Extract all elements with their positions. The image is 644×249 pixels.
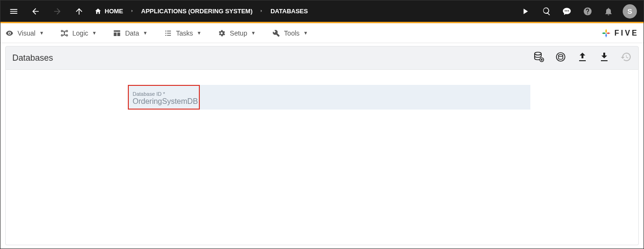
page-header: Databases: [5, 46, 639, 70]
menu-setup[interactable]: Setup ▼: [217, 29, 256, 37]
page-title: Databases: [12, 53, 533, 63]
database-row[interactable]: Database ID * OrderingSystemDB: [128, 85, 530, 110]
magnify-chat-icon[interactable]: [539, 5, 553, 18]
chevron-right-icon: [130, 8, 134, 15]
up-button[interactable]: [72, 5, 86, 18]
chevron-down-icon: ▼: [197, 30, 201, 36]
avatar[interactable]: S: [623, 4, 637, 18]
chevron-right-icon: [259, 8, 264, 15]
help-icon[interactable]: [581, 5, 594, 18]
page-actions: [533, 51, 632, 65]
brand-text: FIVE: [614, 29, 639, 37]
top-bar: HOME APPLICATIONS (ORDERING SYSTEM) DATA…: [0, 0, 644, 23]
play-icon[interactable]: [519, 5, 532, 18]
menu-bar: Visual ▼ Logic ▼ Data ▼ Tasks ▼ Setup ▼ …: [0, 23, 644, 43]
brand: FIVE: [601, 28, 639, 38]
chat-icon[interactable]: [560, 5, 573, 18]
page-body: Database ID * OrderingSystemDB: [5, 70, 639, 245]
menu-setup-label: Setup: [230, 29, 247, 37]
forward-button[interactable]: [51, 5, 64, 18]
menu-logic-label: Logic: [72, 29, 88, 37]
chevron-down-icon: ▼: [251, 30, 256, 36]
download-icon[interactable]: [599, 51, 610, 65]
menu-tools[interactable]: Tools ▼: [272, 29, 308, 37]
chevron-down-icon: ▼: [92, 30, 97, 36]
back-button[interactable]: [29, 5, 42, 18]
upload-icon[interactable]: [577, 51, 588, 65]
svg-point-0: [535, 52, 541, 55]
database-id-label: Database ID *: [133, 91, 526, 97]
topbar-right: S: [519, 4, 637, 18]
menubar-left: Visual ▼ Logic ▼ Data ▼ Tasks ▼ Setup ▼ …: [5, 29, 308, 37]
svg-point-2: [556, 53, 565, 61]
breadcrumb-home[interactable]: HOME: [94, 8, 123, 15]
menu-tasks[interactable]: Tasks ▼: [164, 29, 202, 37]
breadcrumb-section-label: DATABASES: [270, 8, 308, 15]
chevron-down-icon: ▼: [143, 30, 148, 36]
menu-tasks-label: Tasks: [176, 29, 193, 37]
chevron-down-icon: ▼: [39, 30, 44, 36]
avatar-initial: S: [627, 7, 632, 15]
database-id-field: Database ID * OrderingSystemDB: [128, 89, 530, 106]
svg-point-3: [559, 55, 563, 56]
breadcrumb-home-label: HOME: [105, 8, 123, 15]
chevron-down-icon: ▼: [304, 30, 308, 36]
database-id-value: OrderingSystemDB: [133, 97, 526, 106]
page: Databases Database ID * OrderingS: [0, 43, 644, 248]
refresh-db-icon[interactable]: [555, 51, 566, 65]
menu-visual-label: Visual: [18, 29, 36, 37]
breadcrumb-applications[interactable]: APPLICATIONS (ORDERING SYSTEM): [141, 8, 252, 15]
breadcrumb-databases[interactable]: DATABASES: [270, 8, 308, 15]
topbar-left: HOME APPLICATIONS (ORDERING SYSTEM) DATA…: [7, 5, 519, 18]
bell-icon[interactable]: [602, 5, 615, 18]
menu-icon[interactable]: [7, 5, 20, 18]
menu-tools-label: Tools: [284, 29, 300, 37]
menu-data-label: Data: [125, 29, 139, 37]
breadcrumb-app-label: APPLICATIONS (ORDERING SYSTEM): [141, 8, 252, 15]
menu-visual[interactable]: Visual ▼: [5, 29, 44, 37]
menu-data[interactable]: Data ▼: [113, 29, 147, 37]
breadcrumb: HOME APPLICATIONS (ORDERING SYSTEM) DATA…: [94, 8, 308, 15]
database-add-icon[interactable]: [533, 51, 545, 65]
menu-logic[interactable]: Logic ▼: [60, 29, 97, 37]
history-icon[interactable]: [620, 51, 632, 65]
brand-mark-icon: [601, 28, 611, 38]
